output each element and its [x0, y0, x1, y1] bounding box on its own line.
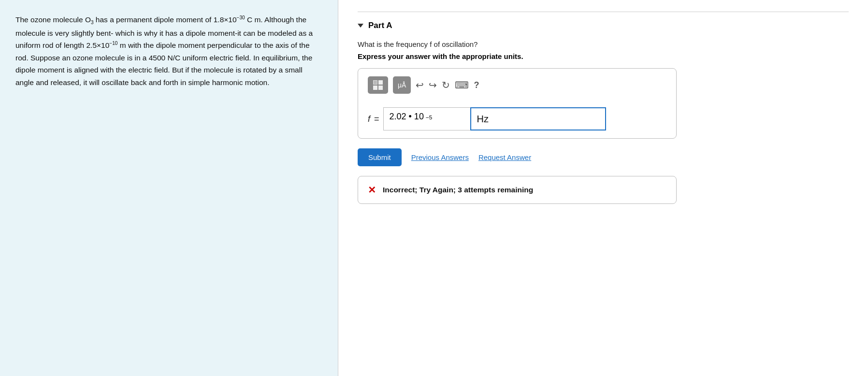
previous-answers-button[interactable]: Previous Answers: [411, 153, 469, 161]
template-grid-button[interactable]: [368, 76, 388, 94]
part-title: Part A: [368, 21, 392, 30]
submit-row: Submit Previous Answers Request Answer: [358, 148, 849, 166]
redo-icon[interactable]: ↪: [429, 79, 437, 91]
problem-statement: The ozone molecule O3 has a permanent di…: [0, 0, 338, 376]
unit-button-label: μÅ: [398, 81, 406, 89]
input-row: f = 2.02 • 10−5: [368, 107, 666, 130]
feedback-message: Incorrect; Try Again; 3 attempts remaini…: [383, 186, 533, 194]
request-answer-button[interactable]: Request Answer: [478, 153, 531, 161]
refresh-icon[interactable]: ↻: [442, 79, 450, 91]
answer-panel: Part A What is the frequency f of oscill…: [338, 0, 868, 376]
unit-input[interactable]: [470, 107, 606, 130]
feedback-box: ✕ Incorrect; Try Again; 3 attempts remai…: [358, 176, 677, 204]
incorrect-icon: ✕: [368, 184, 376, 196]
undo-icon[interactable]: ↩: [416, 79, 424, 91]
equals-sign: =: [374, 114, 379, 124]
keyboard-icon[interactable]: ⌨: [455, 79, 469, 91]
unit-button[interactable]: μÅ: [393, 76, 411, 94]
value-display[interactable]: 2.02 • 10−5: [383, 107, 470, 130]
problem-text: The ozone molecule O3 has a permanent di…: [15, 14, 322, 89]
value-text: 2.02 • 10: [390, 112, 424, 122]
part-header: Part A: [358, 21, 849, 30]
help-icon[interactable]: ?: [474, 80, 479, 90]
top-divider: [358, 12, 849, 12]
variable-label: f: [368, 114, 370, 124]
answer-box: μÅ ↩ ↪ ↻ ⌨ ? f = 2.02 • 10−5: [358, 68, 677, 139]
submit-button[interactable]: Submit: [358, 148, 402, 166]
collapse-chevron-icon[interactable]: [358, 24, 363, 28]
instruction-text: Express your answer with the appropriate…: [358, 52, 849, 60]
math-toolbar: μÅ ↩ ↪ ↻ ⌨ ?: [368, 76, 666, 100]
exponent-text: −5: [426, 114, 432, 120]
question-text: What is the frequency f of oscillation?: [358, 40, 849, 48]
